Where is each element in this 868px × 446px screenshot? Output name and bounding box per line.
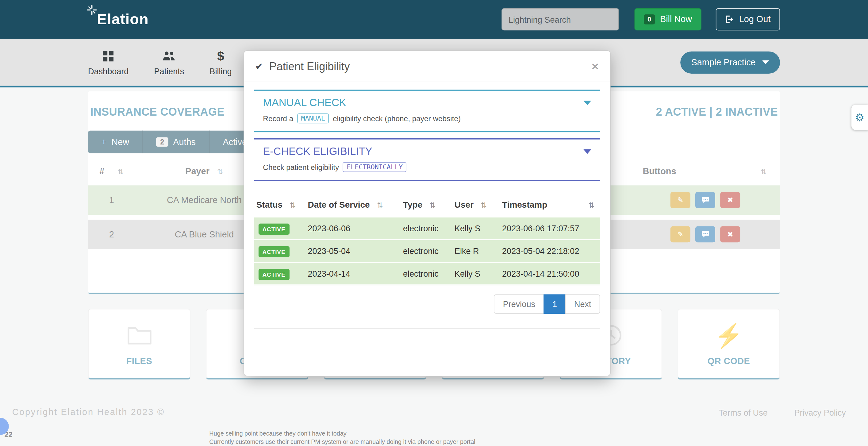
nav-label-dashboard: Dashboard — [88, 66, 128, 76]
echeck-heading: E-CHECK ELIGIBILITY — [263, 145, 372, 158]
user-name: Kelly S — [455, 269, 502, 278]
brand-text: Elation — [97, 11, 149, 27]
status-badge: ACTIVE — [258, 246, 289, 257]
modal-title: Patient Eligibility — [269, 60, 350, 73]
timestamp: 2023-04-14 21:50:00 — [502, 269, 600, 278]
pagination-previous-button[interactable]: Previous — [494, 295, 544, 314]
nav-item-billing[interactable]: $ Billing — [210, 49, 231, 76]
header-status: Status — [256, 200, 283, 209]
manual-check-heading: MANUAL CHECK — [263, 97, 346, 109]
nav-label-billing: Billing — [210, 66, 231, 76]
pagination-next-button[interactable]: Next — [565, 295, 600, 314]
manual-desc-after: eligibility check (phone, payer website) — [333, 114, 461, 123]
header-type: Type — [403, 200, 422, 209]
sort-icon[interactable]: ⇅ — [430, 201, 436, 209]
close-icon[interactable]: × — [591, 60, 599, 73]
date-of-service: 2023-06-06 — [308, 224, 403, 233]
practice-dropdown-button[interactable]: Sample Practice — [680, 51, 780, 73]
bill-now-button[interactable]: 0 Bill Now — [634, 8, 702, 30]
gear-icon: ⚙ — [855, 111, 865, 124]
chevron-down-icon — [583, 149, 591, 154]
user-name: Kelly S — [455, 224, 502, 233]
manual-desc-before: Record a — [263, 114, 293, 123]
check-type: electronic — [403, 246, 455, 256]
header-user: User — [455, 200, 473, 209]
bill-count-badge: 0 — [644, 14, 655, 24]
check-type: electronic — [403, 269, 455, 278]
header-timestamp: Timestamp — [502, 200, 547, 209]
patients-people-icon — [162, 49, 176, 63]
lightning-search-input[interactable] — [501, 8, 619, 30]
electronically-badge: ELECTRONICALLY — [343, 162, 407, 172]
eligibility-row: ACTIVE 2023-05-04 electronic Elke R 2023… — [254, 240, 600, 263]
logout-label: Log Out — [739, 14, 771, 24]
patient-eligibility-modal: ✔ Patient Eligibility × MANUAL CHECK Rec… — [244, 50, 611, 376]
modal-header: ✔ Patient Eligibility × — [244, 51, 610, 81]
manual-check-header[interactable]: MANUAL CHECK — [263, 97, 591, 109]
sort-icon[interactable]: ⇅ — [290, 201, 296, 209]
chevron-down-icon — [583, 100, 591, 105]
eligibility-table-header: Status ⇅ Date of Service ⇅ Type ⇅ User ⇅ — [254, 198, 600, 217]
nav-item-dashboard[interactable]: Dashboard — [88, 49, 128, 76]
sort-icon[interactable]: ⇅ — [377, 201, 383, 209]
date-of-service: 2023-04-14 — [308, 269, 403, 278]
top-navbar: Elation 0 Bill Now Log Out — [0, 0, 868, 39]
elation-star-icon — [87, 5, 97, 14]
dashboard-grid-icon — [102, 49, 114, 63]
practice-label: Sample Practice — [691, 57, 755, 67]
status-badge: ACTIVE — [258, 269, 289, 280]
eligibility-row: ACTIVE 2023-04-14 electronic Kelly S 202… — [254, 263, 600, 286]
pagination: Previous 1 Next — [254, 295, 600, 314]
echeck-desc-before: Check patient eligibility — [263, 163, 339, 171]
sort-icon[interactable]: ⇅ — [480, 201, 487, 209]
eligibility-row: ACTIVE 2023-06-06 electronic Kelly S 202… — [254, 217, 600, 240]
timestamp: 2023-06-06 17:07:57 — [502, 224, 600, 233]
echeck-panel: E-CHECK ELIGIBILITY Check patient eligib… — [254, 138, 600, 181]
manual-check-panel: MANUAL CHECK Record a MANUAL eligibility… — [254, 90, 600, 132]
app-root: Elation 0 Bill Now Log Out — [0, 0, 868, 446]
date-of-service: 2023-05-04 — [308, 246, 403, 256]
elation-logo[interactable]: Elation — [88, 11, 149, 28]
modal-body: MANUAL CHECK Record a MANUAL eligibility… — [244, 81, 610, 376]
chevron-down-icon — [762, 60, 769, 64]
logout-button[interactable]: Log Out — [716, 8, 780, 30]
echeck-header[interactable]: E-CHECK ELIGIBILITY — [263, 145, 591, 158]
settings-tab[interactable]: ⚙ — [851, 105, 868, 130]
billing-dollar-icon: $ — [217, 49, 224, 63]
status-badge: ACTIVE — [258, 224, 289, 235]
sort-icon[interactable]: ⇅ — [589, 201, 595, 209]
check-type: electronic — [403, 224, 455, 233]
modal-footer — [254, 328, 600, 341]
pagination-page-1-button[interactable]: 1 — [544, 295, 566, 314]
nav-item-patients[interactable]: Patients — [154, 49, 184, 76]
bill-now-label: Bill Now — [660, 14, 692, 24]
timestamp: 2023-05-04 22:18:02 — [502, 246, 600, 256]
logout-icon — [725, 15, 734, 24]
check-icon: ✔ — [255, 61, 263, 72]
manual-badge: MANUAL — [297, 114, 329, 123]
user-name: Elke R — [455, 246, 502, 256]
header-date-of-service: Date of Service — [308, 200, 370, 209]
nav-label-patients: Patients — [154, 66, 184, 76]
eligibility-history-table: Status ⇅ Date of Service ⇅ Type ⇅ User ⇅ — [254, 198, 600, 286]
